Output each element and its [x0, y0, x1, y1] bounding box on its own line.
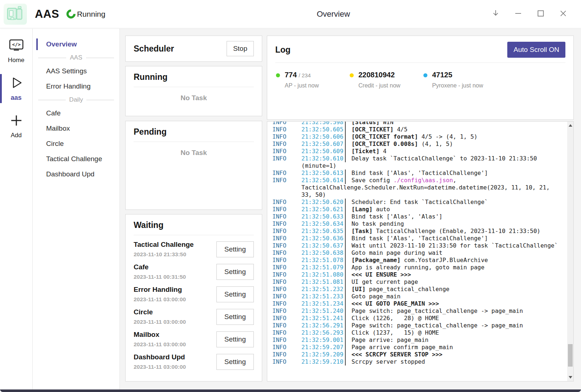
sidebar-item-circle[interactable]: Circle [33, 136, 119, 151]
stat-body: 220810942Credit - just now [358, 71, 401, 89]
log-separator [345, 249, 346, 257]
setting-button-circle[interactable]: Setting [216, 309, 254, 325]
log-line: INFO21:32:56.291Page switch: page_tactic… [272, 322, 565, 329]
sidebar-item-cafe[interactable]: Cafe [33, 106, 119, 121]
setting-button-dashboard-upd[interactable]: Setting [216, 354, 254, 370]
sidebar-item-dashboard-upd[interactable]: Dashboard Upd [33, 167, 119, 182]
waiting-task-time: 2023-11-10 21:33:50 [134, 251, 216, 258]
log-line: INFO21:32:59.001Page arrive: page_main [272, 336, 565, 344]
download-icon [491, 9, 500, 19]
sidebar-item-tactical-challenge[interactable]: Tactical Challenge [33, 151, 119, 167]
dashboard-stats: 774/ 234AP - just now220810942Credit - j… [275, 71, 565, 89]
close-button[interactable] [558, 9, 568, 19]
log-level: INFO [272, 206, 301, 213]
scroll-down-button[interactable] [567, 374, 573, 380]
log-message: 33, 50) [301, 191, 326, 199]
log-time: 21:32:51.232 [301, 286, 345, 293]
log-separator [345, 213, 346, 220]
scrollbar-thumb[interactable] [568, 344, 573, 367]
setting-button-mailbox[interactable]: Setting [216, 331, 254, 347]
stat-value-row: 774/ 234 [285, 71, 319, 79]
log-message: Bind task ['Alas', 'TacticalChallenge'] [352, 235, 488, 242]
log-time: 21:32:50.638 [301, 249, 345, 257]
log-message: TacticalChallenge.Scheduler.NextRun=date… [301, 184, 550, 191]
log-time: 21:32:59.210 [301, 358, 345, 366]
stop-button[interactable]: Stop [227, 41, 254, 56]
log-time: 21:32:59.207 [301, 344, 345, 351]
log-card-header: Log Auto Scroll ON [275, 42, 565, 58]
divider-line [86, 100, 114, 100]
waiting-task-name: Tactical Challenge [134, 241, 216, 249]
running-spinner-icon [65, 8, 77, 20]
rail-item-add[interactable]: Add [0, 112, 32, 140]
auto-scroll-button[interactable]: Auto Scroll ON [507, 42, 565, 58]
divider-line [38, 100, 66, 100]
log-line: INFO21:32:51.080<<< UI ENSURE >>> [272, 271, 565, 278]
stat-credit: 220810942Credit - just now [349, 71, 423, 89]
pending-empty-text: No Task [134, 149, 254, 157]
waiting-card: Waiting Tactical Challenge2023-11-10 21:… [125, 214, 262, 381]
scheduler-status: Running [77, 10, 105, 19]
sidebar-item-error-handling[interactable]: Error Handling [33, 79, 119, 94]
log-message: Wait until 2023-11-10 21:33:50 for task … [352, 242, 558, 249]
log-line: INFO21:32:51.240Page switch: page_tactic… [272, 307, 565, 315]
log-level: INFO [272, 228, 301, 235]
maximize-button[interactable] [536, 9, 545, 19]
log-separator [345, 170, 346, 177]
scroll-up-button[interactable] [567, 122, 573, 128]
rail-item-label: Home [8, 57, 24, 64]
log-level: INFO [272, 235, 301, 242]
log-time: 21:32:51.233 [301, 293, 345, 300]
running-card: Running No Task [125, 66, 262, 116]
log-time: 21:32:51.234 [301, 300, 345, 307]
log-message: UI get current page [352, 278, 418, 286]
log-time: 21:32:50.621 [301, 206, 345, 213]
log-separator [345, 155, 346, 162]
log-line: INFO21:32:50.598[Status] WIN [272, 121, 565, 126]
log-line: INFO21:32:51.233Goto page_main [272, 293, 565, 300]
stat-value-row: 47125 [432, 71, 483, 79]
log-message: [Package_name] com.YostarJP.BlueArchive [352, 257, 488, 264]
log-line: INFO21:32:50.634No task pending [272, 220, 565, 228]
log-separator [345, 351, 346, 358]
log-card: Log Auto Scroll ON 774/ 234AP - just now… [267, 36, 574, 120]
log-level: INFO [272, 300, 301, 307]
app-name: AAS [35, 8, 59, 21]
sidebar-section-label: AAS [70, 54, 82, 61]
log-message: <<< UI GOTO PAGE_MAIN >>> [352, 300, 439, 307]
setting-button-cafe[interactable]: Setting [216, 264, 254, 280]
rail-item-aas[interactable]: aas [0, 74, 32, 103]
sidebar-section-divider: AAS [33, 52, 119, 64]
download-button[interactable] [491, 9, 500, 19]
stat-value: 220810942 [358, 71, 395, 79]
sidebar-section-divider: Daily [33, 94, 119, 106]
log-line: INFO21:32:50.635[Task] TacticalChallenge… [272, 228, 565, 235]
sidebar-item-overview[interactable]: Overview [33, 37, 119, 52]
setting-button-error-handling[interactable]: Setting [216, 286, 254, 302]
sidebar-item-mailbox[interactable]: Mailbox [33, 121, 119, 136]
waiting-task-name: Dashboard Upd [134, 353, 216, 361]
log-level: INFO [272, 242, 301, 249]
log-scrollbar[interactable] [567, 122, 573, 381]
rail-item-home[interactable]: </>Home [0, 37, 32, 65]
stat-label: Credit - just now [358, 82, 401, 89]
rail-item-label: Add [11, 132, 21, 139]
log-message: App is already running, goto main page [352, 264, 484, 271]
log-message: Scrcpy server stopped [352, 358, 425, 366]
log-separator [345, 220, 346, 228]
log-time: 21:32:51.241 [301, 315, 345, 322]
log-message: [OCR_TICKET] 4/5 [352, 126, 407, 133]
maximize-icon [536, 9, 545, 19]
setting-button-tactical-challenge[interactable]: Setting [216, 241, 254, 257]
log-message: Page arrive: page_main [352, 336, 428, 344]
log-line: INFO21:32:51.079App is already running, … [272, 264, 565, 271]
stat-dot-icon [350, 73, 354, 77]
log-level: INFO [272, 271, 301, 278]
sidebar-item-aas-settings[interactable]: AAS Settings [33, 64, 119, 79]
waiting-list: Tactical Challenge2023-11-10 21:33:50Set… [134, 235, 254, 370]
log-separator [345, 140, 346, 148]
running-title: Running [134, 72, 254, 82]
minimize-button[interactable] [513, 9, 523, 19]
log-separator [345, 121, 346, 126]
log-separator [345, 300, 346, 307]
